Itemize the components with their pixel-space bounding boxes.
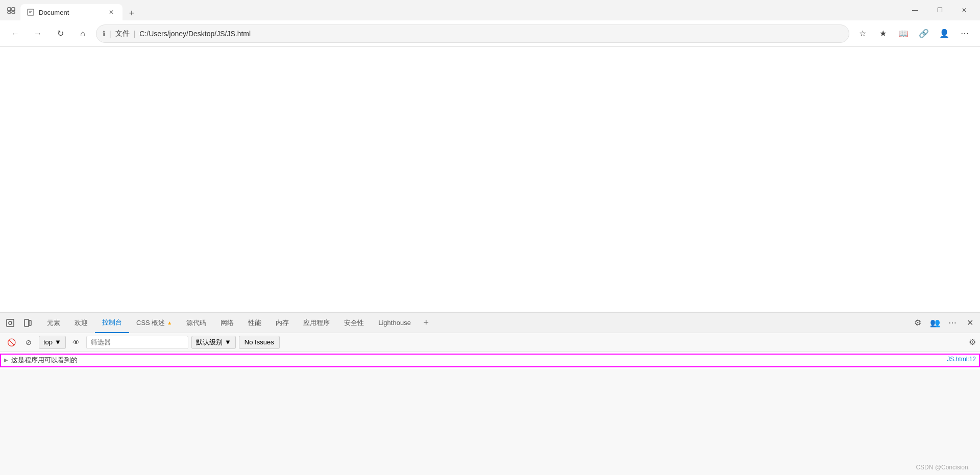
devtools-tab-memory[interactable]: 内存 — [268, 313, 296, 333]
tab-bar: Document ✕ + — [20, 0, 901, 20]
context-label: top — [43, 338, 53, 346]
title-bar: Document ✕ + — ❐ ✕ — [0, 0, 980, 20]
share-button[interactable]: 🔗 — [915, 24, 933, 43]
title-bar-left — [4, 3, 18, 17]
devtools-close-button[interactable]: ✕ — [962, 315, 978, 331]
window-controls: — ❐ ✕ — [903, 2, 976, 18]
console-source-link[interactable]: JS.html:12 — [947, 356, 976, 363]
console-eye-button[interactable]: 👁 — [69, 335, 83, 349]
console-expand-arrow: ▶ — [4, 357, 8, 363]
close-button[interactable]: ✕ — [952, 2, 976, 18]
reading-view-button[interactable]: 📖 — [894, 24, 913, 43]
devtools-tab-elements[interactable]: 元素 — [40, 313, 67, 333]
devtools-tab-console[interactable]: 控制台 — [95, 313, 129, 333]
active-tab[interactable]: Document ✕ — [20, 4, 122, 20]
log-level-selector[interactable]: 默认级别 ▼ — [191, 336, 236, 349]
back-button[interactable]: ← — [6, 24, 24, 43]
devtools-left-icons — [2, 315, 36, 331]
devtools-panel: 元素欢迎控制台CSS 概述▲源代码网络性能内存应用程序安全性Lighthouse… — [0, 312, 980, 475]
console-message: 这是程序用可以看到的 — [11, 356, 947, 365]
address-info-icon: ℹ — [103, 30, 105, 38]
page-area: ℹ Identify your project's root folder to… — [0, 47, 980, 475]
svg-rect-3 — [12, 12, 15, 13]
svg-rect-10 — [29, 320, 31, 326]
minimize-button[interactable]: — — [903, 2, 927, 18]
tab-close-button[interactable]: ✕ — [106, 7, 116, 17]
devtools-inspect-button[interactable] — [2, 315, 18, 331]
devtools-more-button[interactable]: ⋯ — [944, 315, 961, 331]
maximize-button[interactable]: ❐ — [928, 2, 951, 18]
console-row: ▶ 这是程序用可以看到的 JS.html:12 — [0, 354, 980, 367]
address-divider: | — [109, 30, 111, 38]
tab-warning-icon: ▲ — [167, 320, 172, 326]
devtools-tab-application[interactable]: 应用程序 — [296, 313, 337, 333]
forward-button[interactable]: → — [29, 24, 47, 43]
home-button[interactable]: ⌂ — [74, 24, 92, 43]
window-icon[interactable] — [4, 3, 18, 17]
devtools-tab-network[interactable]: 网络 — [213, 313, 241, 333]
refresh-button[interactable]: ↻ — [51, 24, 69, 43]
svg-rect-1 — [12, 8, 15, 11]
devtools-tabs: 元素欢迎控制台CSS 概述▲源代码网络性能内存应用程序安全性Lighthouse… — [0, 313, 980, 333]
devtools-toolbar: 🚫 ⊘ top ▼ 👁 默认级别 ▼ No Issues ⚙ — [0, 333, 980, 352]
new-tab-button[interactable]: + — [125, 6, 139, 20]
devtools-tab-lighthouse[interactable]: Lighthouse — [371, 313, 418, 333]
address-prefix: 文件 — [115, 29, 130, 38]
devtools-tab-sources[interactable]: 源代码 — [179, 313, 213, 333]
console-content: ▶ 这是程序用可以看到的 JS.html:12 — [0, 352, 980, 369]
svg-rect-2 — [8, 12, 11, 13]
watermark: CSDN @Concision. — [916, 464, 970, 471]
devtools-tab-performance[interactable]: 性能 — [241, 313, 268, 333]
issues-badge[interactable]: No Issues — [239, 336, 280, 349]
console-clear-button[interactable]: 🚫 — [4, 335, 18, 349]
context-selector[interactable]: top ▼ — [39, 336, 66, 349]
svg-rect-4 — [28, 9, 34, 15]
address-bar[interactable]: ℹ | 文件 | C:/Users/joney/Desktop/JS/JS.ht… — [96, 24, 849, 43]
devtools-settings-button[interactable]: ⚙ — [910, 315, 926, 331]
svg-rect-7 — [7, 319, 14, 327]
level-dropdown-icon: ▼ — [225, 338, 231, 346]
level-label: 默认级别 — [196, 338, 223, 347]
context-dropdown-icon: ▼ — [55, 338, 61, 346]
address-separator: | — [134, 30, 136, 38]
devtools-device-button[interactable] — [19, 315, 36, 331]
profile-button[interactable]: 👤 — [935, 24, 953, 43]
tab-title: Document — [39, 9, 102, 16]
nav-bar: ← → ↻ ⌂ ℹ | 文件 | C:/Users/joney/Desktop/… — [0, 20, 980, 47]
more-button[interactable]: ⋯ — [955, 24, 974, 43]
tab-icon — [27, 8, 35, 16]
devtools-tab-security[interactable]: 安全性 — [337, 313, 371, 333]
devtools-right-icons: ⚙ 👥 ⋯ ✕ — [910, 315, 978, 331]
devtools-tab-css[interactable]: CSS 概述▲ — [129, 313, 179, 333]
svg-rect-9 — [24, 319, 29, 327]
devtools-sync-button[interactable]: 👥 — [927, 315, 943, 331]
devtools-tab-welcome[interactable]: 欢迎 — [67, 313, 95, 333]
nav-actions: ☆ ★ 📖 🔗 👤 ⋯ — [853, 24, 974, 43]
console-filter-button[interactable]: ⊘ — [21, 335, 36, 349]
favorites-button[interactable]: ☆ — [853, 24, 872, 43]
console-settings-button[interactable]: ⚙ — [969, 337, 976, 347]
address-path: C:/Users/joney/Desktop/JS/JS.html — [139, 30, 251, 38]
devtools-more-tabs-button[interactable]: + — [418, 315, 434, 331]
svg-point-8 — [9, 321, 12, 324]
star-button[interactable]: ★ — [874, 24, 892, 43]
svg-rect-0 — [8, 8, 11, 11]
devtools-tabs-list: 元素欢迎控制台CSS 概述▲源代码网络性能内存应用程序安全性Lighthouse — [40, 313, 418, 333]
console-filter-input[interactable] — [86, 336, 188, 349]
